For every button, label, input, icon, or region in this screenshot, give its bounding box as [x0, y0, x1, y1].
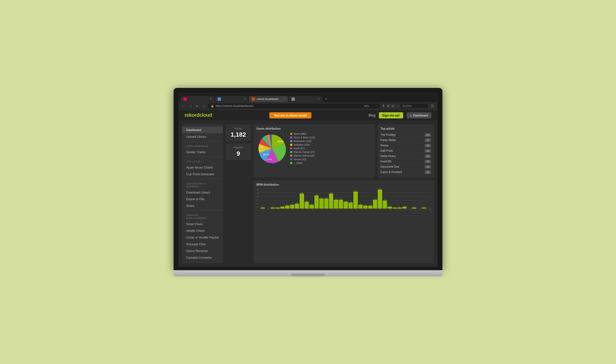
- sidebar-divider-4: [182, 210, 223, 211]
- address-bar[interactable]: 🔒 https://rekord.cloud/dashboard 90% ⋯ ☆: [208, 104, 381, 108]
- sidebar-item-health-check[interactable]: Health Check: [182, 227, 223, 234]
- genre-legend: None (485) Drum & Bass (152): [290, 132, 315, 164]
- top-artists-card: Top artists The Prodigy 20 Parov Stelar …: [378, 124, 434, 178]
- dashboard-button[interactable]: ⌂ Dashboard: [407, 112, 431, 118]
- bpm-y-20: 20: [256, 188, 259, 191]
- tab-4-close[interactable]: ×: [318, 97, 319, 101]
- bpm-bar-19: 17: [353, 192, 358, 209]
- bpm-label-22: 160: [370, 207, 375, 211]
- new-tab-button[interactable]: +: [323, 95, 330, 102]
- artist-count-7: 12: [425, 171, 431, 174]
- sidebar-item-download[interactable]: Download Library: [182, 189, 223, 196]
- tracks-card: Tracks 1,182: [226, 124, 251, 141]
- home-icon: ⌂: [410, 114, 412, 117]
- extensions-icon[interactable]: ⊟: [392, 104, 394, 108]
- bpm-label-5: 75: [287, 207, 292, 211]
- browser-tab-4[interactable]: ×: [289, 96, 322, 102]
- bpm-distribution-card: BPM distribution 20 16 12 8 4 0: [254, 180, 434, 263]
- tab-2-icon: [218, 97, 221, 101]
- artist-row-0: The Prodigy 20: [381, 132, 431, 138]
- artist-count-5: 13: [425, 160, 431, 163]
- sidebar-item-smart-fixes[interactable]: Smart Fixes: [182, 221, 223, 227]
- bpm-label-7: 85: [297, 207, 302, 211]
- blog-link[interactable]: Blog: [369, 113, 375, 117]
- dashboard-button-label: Dashboard: [413, 114, 428, 117]
- artist-name-5: Feed Me: [381, 160, 391, 163]
- bpm-label-29: 195: [404, 207, 409, 211]
- sidebar-item-cue-point[interactable]: Cue Point Generator: [182, 171, 223, 178]
- profile-icon[interactable]: ○: [396, 104, 398, 108]
- tracks-value: 1,182: [228, 131, 248, 138]
- bpm-label-8: 90: [302, 207, 306, 211]
- sidebar-item-share[interactable]: Share: [182, 202, 223, 209]
- bpm-label-11: 105: [316, 207, 321, 211]
- legend-dot-other: [290, 162, 292, 164]
- tab-2-close[interactable]: ×: [244, 97, 246, 101]
- laptop-screen: × × rekord.cloud/dashboard ×: [179, 93, 437, 267]
- refresh-button[interactable]: ↻: [195, 104, 200, 109]
- legend-dot-electro-swing: [290, 155, 292, 157]
- sidebar: Dashboard Upload Library PERFORMANCE Sim…: [182, 124, 223, 263]
- zoom-level: 90%: [364, 105, 369, 108]
- bpm-label-24: 170: [380, 207, 384, 211]
- artist-name-1: Parov Stelar: [381, 139, 396, 142]
- sidebar-divider-1: [182, 141, 223, 141]
- legend-electro-swing: Electro Swing (26): [290, 154, 315, 157]
- tab-1-close[interactable]: ×: [210, 97, 211, 101]
- bpm-label-27: 185: [395, 207, 399, 211]
- tab-3-close[interactable]: ×: [284, 97, 285, 101]
- app-content: rekordcloud You are in demo mode Blog Si…: [179, 110, 437, 267]
- artist-name-3: Daft Punk: [381, 149, 393, 152]
- browser-tabs: × × rekord.cloud/dashboard ×: [179, 93, 437, 102]
- sidebar-item-clone-playlist[interactable]: Clone or Shuffle Playlist: [182, 234, 223, 241]
- sidebar-item-upload[interactable]: Upload Library: [182, 133, 223, 140]
- bpm-y-12: 12: [256, 195, 259, 198]
- bpm-label-21: 155: [365, 207, 370, 211]
- bookmarks-icon[interactable]: ⊞: [387, 104, 389, 108]
- legend-dot-dubstep: [290, 144, 292, 146]
- bpm-label-1: 55: [268, 207, 272, 211]
- sidebar-item-dashboard[interactable]: Dashboard: [182, 127, 223, 133]
- app-logo: rekordcloud: [185, 112, 212, 118]
- app-header: rekordcloud You are in demo mode Blog Si…: [179, 110, 437, 121]
- artist-row-6: Document One 12: [381, 164, 431, 170]
- artist-row-3: Daft Punk 14: [381, 148, 431, 154]
- signup-button[interactable]: Sign me up!: [379, 112, 403, 118]
- artist-count-3: 14: [425, 149, 431, 153]
- sidebar-divider-3: [182, 179, 223, 179]
- legend-house: House (23): [290, 158, 315, 161]
- back-button[interactable]: ←: [181, 104, 186, 109]
- sidebar-item-relocate[interactable]: Relocate Files: [182, 241, 223, 248]
- bpm-label-30: 200: [409, 207, 414, 211]
- bpm-label-9: 95: [307, 207, 311, 211]
- sidebar-item-camelot[interactable]: Camelot Converter: [182, 254, 223, 261]
- legend-rock: Rock (31): [290, 147, 315, 150]
- sidebar-item-genre-renamer[interactable]: Genre Renamer: [182, 248, 223, 254]
- menu-button[interactable]: ☰: [430, 104, 435, 109]
- bpm-label-25: 175: [385, 207, 389, 211]
- bpm-y-8: 8: [256, 199, 259, 201]
- download-icon[interactable]: ⬇: [382, 104, 385, 108]
- sidebar-item-export[interactable]: Export to File: [182, 196, 223, 202]
- laptop-base: [174, 270, 442, 276]
- artist-row-1: Parov Stelar 17: [381, 138, 431, 143]
- bpm-label-20: 150: [360, 207, 365, 211]
- browser-tab-1[interactable]: ×: [181, 96, 214, 102]
- bpm-y-16: 16: [256, 192, 259, 194]
- sidebar-section-performance: PERFORMANCE: [182, 143, 223, 149]
- browser-tab-3[interactable]: rekord.cloud/dashboard ×: [249, 96, 288, 102]
- tab-1-icon: [183, 97, 187, 101]
- home-button[interactable]: ⌂: [201, 104, 206, 109]
- tab-3-label: rekord.cloud/dashboard: [257, 98, 282, 101]
- sidebar-item-apple-music[interactable]: Apple Music Charts: [182, 164, 223, 171]
- forward-button[interactable]: →: [188, 104, 193, 109]
- legend-dot-house: [290, 158, 292, 160]
- bpm-label-34: 220+: [429, 207, 433, 211]
- browser-tab-2[interactable]: ×: [215, 96, 248, 102]
- bpm-card-title: BPM distribution: [256, 183, 431, 186]
- tab-4-icon: [291, 97, 295, 101]
- browser-search[interactable]: Suchen: [400, 104, 428, 108]
- bpm-bar-14: 15: [329, 193, 333, 209]
- bpm-chart-container: 20 16 12 8 4 0: [256, 188, 431, 214]
- sidebar-item-similar-tracks[interactable]: Similar Tracks: [182, 149, 223, 155]
